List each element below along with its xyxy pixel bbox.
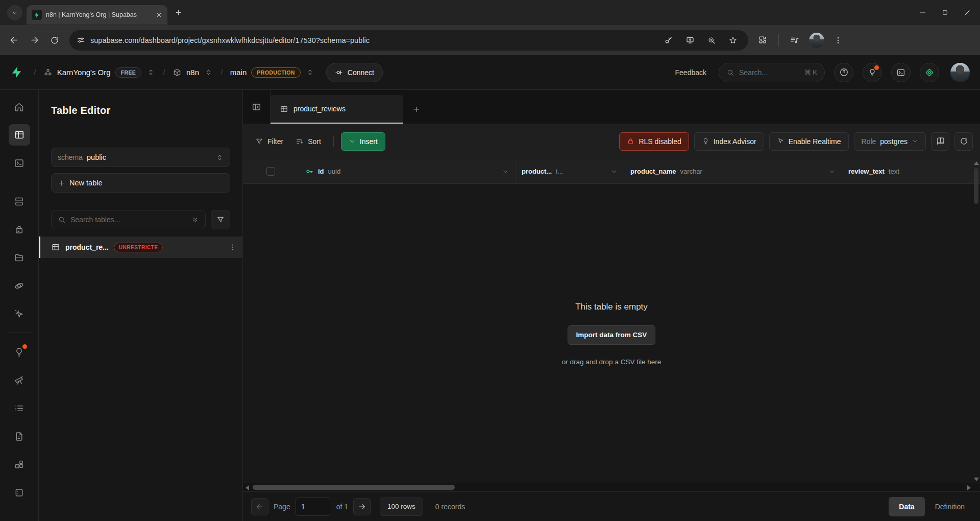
page-number-input[interactable] <box>296 498 331 516</box>
index-advisor-button[interactable]: Index Advisor <box>694 132 764 151</box>
back-button[interactable] <box>5 32 22 49</box>
branch-switcher-icon[interactable] <box>305 68 315 76</box>
horizontal-scrollbar[interactable] <box>243 483 980 491</box>
schema-select[interactable]: schema public <box>51 148 230 167</box>
scroll-left-arrow[interactable] <box>246 485 249 490</box>
scroll-up-arrow[interactable] <box>974 161 979 165</box>
new-tab-button[interactable] <box>175 9 182 16</box>
zoom-icon[interactable] <box>703 36 720 45</box>
help-button[interactable] <box>834 63 853 82</box>
bookmark-star-icon[interactable] <box>725 36 741 45</box>
address-bar[interactable]: supabase.com/dashboard/project/gxsnhxwkl… <box>69 30 748 51</box>
browser-tab[interactable]: n8n | KarnYong's Org | Supabas <box>27 5 167 25</box>
forward-button[interactable] <box>26 32 43 49</box>
sidebar-item-sql-editor[interactable] <box>9 152 30 174</box>
scroll-down-arrow[interactable] <box>974 478 979 481</box>
select-all-checkbox[interactable] <box>266 167 275 176</box>
logs-list-icon <box>14 403 24 414</box>
sidebar-item-auth[interactable] <box>9 219 30 240</box>
global-search[interactable]: Search... ⌘ K <box>719 63 825 82</box>
column-name: id <box>318 168 324 175</box>
sidebar-item-advisors[interactable] <box>9 341 30 363</box>
install-app-icon[interactable] <box>682 36 698 45</box>
horizontal-scroll-thumb[interactable] <box>253 485 455 490</box>
table-item-menu-button[interactable] <box>228 243 236 251</box>
site-info-icon[interactable] <box>77 36 85 44</box>
maximize-icon[interactable] <box>942 9 948 16</box>
breadcrumb-branch[interactable]: main PRODUCTION <box>230 67 315 78</box>
sidebar-item-table-editor[interactable] <box>9 124 30 146</box>
playlist-music-icon <box>790 35 799 45</box>
sort-button[interactable]: Sort <box>290 133 326 150</box>
sidebar-item-api-docs[interactable] <box>9 425 30 447</box>
rls-disabled-button[interactable]: RLS disabled <box>619 132 689 151</box>
org-switcher-icon[interactable] <box>146 68 156 76</box>
close-icon <box>156 12 162 18</box>
view-tab-definition[interactable]: Definition <box>928 503 972 511</box>
vertical-scrollbar[interactable] <box>973 159 979 483</box>
password-key-icon[interactable] <box>660 36 677 45</box>
sidebar-item-project-settings[interactable] <box>9 482 30 503</box>
browser-profile-avatar[interactable] <box>809 33 824 48</box>
next-page-button[interactable] <box>353 498 371 515</box>
user-avatar[interactable] <box>950 63 970 82</box>
connect-button[interactable]: Connect <box>326 63 383 82</box>
sidebar-item-realtime[interactable] <box>9 303 30 324</box>
extensions-button[interactable] <box>754 35 771 45</box>
breadcrumb-project[interactable]: n8n <box>173 68 213 77</box>
import-csv-button[interactable]: Import data from CSV <box>568 325 656 345</box>
breadcrumb-org[interactable]: KarnYong's Org FREE <box>43 67 156 78</box>
column-type: i... <box>556 168 563 175</box>
view-tab-data[interactable]: Data <box>889 497 924 516</box>
media-controls-button[interactable] <box>786 35 803 45</box>
role-select[interactable]: Role postgres <box>854 132 926 151</box>
chevron-down-icon[interactable] <box>828 168 836 175</box>
collapse-sidebar-button[interactable] <box>243 90 271 124</box>
tab-search-button[interactable] <box>7 5 22 20</box>
sidebar-item-storage[interactable] <box>9 247 30 268</box>
supabase-logo-icon[interactable] <box>10 65 23 79</box>
breadcrumb-separator: / <box>161 67 167 78</box>
api-reference-button[interactable] <box>931 132 949 151</box>
sidebar-item-database[interactable] <box>9 191 30 212</box>
project-switcher-icon[interactable] <box>204 68 213 76</box>
sidebar-item-home[interactable] <box>9 96 30 117</box>
tab-product-reviews[interactable]: product_reviews <box>271 95 403 124</box>
column-header-id[interactable]: id uuid <box>299 159 516 183</box>
table-list-item-selected[interactable]: product_re... UNRESTRICTE <box>39 236 242 258</box>
insert-button[interactable]: Insert <box>341 132 385 151</box>
sidebar-item-logs[interactable] <box>9 397 30 419</box>
search-tables-input[interactable] <box>51 210 206 229</box>
feedback-button[interactable]: Feedback <box>668 68 714 77</box>
filter-button[interactable]: Filter <box>250 133 288 150</box>
filter-tables-button[interactable] <box>211 210 230 229</box>
ai-assistant-button[interactable] <box>920 63 939 82</box>
rows-per-page-button[interactable]: 100 rows <box>380 498 423 516</box>
minimize-icon[interactable] <box>919 9 926 16</box>
scroll-right-arrow[interactable] <box>967 485 971 490</box>
search-tables-field[interactable] <box>70 216 187 224</box>
notifications-button[interactable] <box>863 63 882 82</box>
command-terminal-button[interactable] <box>891 63 911 82</box>
sidebar-item-edge-functions[interactable] <box>9 275 30 296</box>
enable-realtime-button[interactable]: Enable Realtime <box>769 132 849 151</box>
new-table-button[interactable]: New table <box>51 173 230 193</box>
chevron-down-icon[interactable] <box>502 168 509 175</box>
vertical-scroll-thumb[interactable] <box>974 168 978 204</box>
column-header-product-id[interactable]: product... i... <box>516 159 624 183</box>
refresh-button[interactable] <box>954 132 973 151</box>
column-header-product-name[interactable]: product_name varchar <box>624 159 842 183</box>
reload-button[interactable] <box>46 32 63 49</box>
previous-page-button[interactable] <box>251 498 268 515</box>
window-close-icon[interactable] <box>964 9 971 16</box>
grid-header-row: id uuid product... i... product_name var… <box>243 159 980 184</box>
double-chevron-down-icon[interactable] <box>191 216 199 224</box>
chevron-down-icon[interactable] <box>610 168 618 175</box>
sidebar-item-reports[interactable] <box>9 369 30 391</box>
url-text[interactable]: supabase.com/dashboard/project/gxsnhxwkl… <box>90 36 655 44</box>
tab-close-icon[interactable] <box>155 11 163 19</box>
sidebar-item-integrations[interactable] <box>9 454 30 475</box>
new-query-tab-button[interactable] <box>403 95 430 124</box>
column-header-review-text[interactable]: review_text text <box>842 159 980 183</box>
browser-menu-button[interactable] <box>830 36 846 45</box>
